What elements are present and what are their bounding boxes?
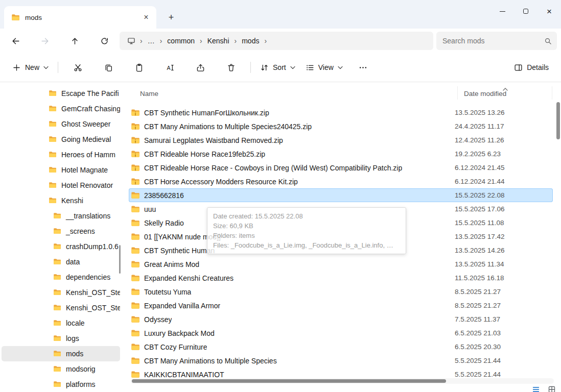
details-button[interactable]: Details — [509, 59, 554, 76]
file-row[interactable]: CBT Rideable Horse Race19feb25.zip19.2.2… — [129, 147, 553, 161]
forward-button[interactable] — [36, 32, 54, 50]
breadcrumb-chevron-icon[interactable]: › — [139, 37, 144, 45]
column-divider[interactable] — [552, 86, 552, 100]
sidebar-item-label: mods — [66, 350, 83, 358]
cut-button[interactable] — [66, 58, 89, 77]
sidebar-item-locale[interactable]: locale — [2, 315, 120, 331]
details-view-toggle[interactable] — [531, 385, 540, 392]
horizontal-scrollbar[interactable] — [131, 378, 554, 384]
search-box[interactable] — [436, 32, 557, 50]
file-row[interactable]: Expanded Kenshi Creatures11.5.2025 16.18 — [129, 271, 553, 285]
folder-icon — [53, 258, 61, 266]
view-button[interactable]: View — [300, 59, 348, 76]
file-name: Luxury Backpack Mod — [144, 329, 215, 337]
breadcrumb-ellipsis[interactable]: … — [144, 35, 159, 47]
sidebar-scrollbar[interactable] — [119, 245, 121, 274]
sort-direction-icon[interactable] — [503, 84, 508, 93]
sidebar-item-going-medieval[interactable]: Going Medieval — [2, 132, 120, 147]
sidebar-item--screens[interactable]: _screens — [2, 224, 120, 239]
sort-button[interactable]: Sort — [255, 59, 300, 76]
breadcrumb-item-kenshi[interactable]: Kenshi — [203, 35, 233, 47]
folder-icon — [49, 135, 57, 143]
sidebar-item-label: _screens — [66, 227, 95, 235]
tab-close-icon[interactable]: × — [140, 11, 152, 23]
column-header-name[interactable]: Name — [140, 90, 158, 97]
close-button[interactable]: × — [537, 0, 561, 22]
file-row[interactable]: Odyssey7.5.2025 11.37 — [129, 312, 553, 326]
file-row[interactable]: Great Anims Mod13.5.2025 11.34 — [129, 257, 553, 271]
folder-icon — [53, 334, 61, 342]
zip-folder-icon — [131, 108, 140, 117]
new-tab-button[interactable]: + — [165, 11, 178, 24]
folder-icon — [131, 260, 140, 269]
sidebar-item-label: modsorig — [66, 365, 96, 373]
file-row[interactable]: CBT Many Animations to Multiple Species5… — [129, 354, 553, 368]
refresh-button[interactable] — [95, 32, 113, 50]
file-date-modified: 8.5.2025 21.27 — [455, 302, 501, 309]
folder-icon — [49, 151, 57, 159]
breadcrumb-chevron-icon[interactable]: › — [159, 37, 163, 45]
minimize-button[interactable] — [490, 0, 514, 22]
tab-bar: mods × + × — [0, 0, 561, 29]
file-row[interactable]: Samurai Legplates Waistband Removed.zip1… — [129, 133, 553, 147]
file-row[interactable]: CBT Synthetic HumanForШкольник.zip13.5.2… — [129, 106, 553, 119]
breadcrumb-chevron-icon[interactable]: › — [263, 37, 268, 45]
column-header-date-modified[interactable]: Date modified — [464, 90, 506, 97]
breadcrumb-item-mods[interactable]: mods — [238, 35, 263, 47]
maximize-button[interactable] — [514, 0, 537, 22]
copy-button[interactable] — [97, 58, 120, 77]
breadcrumb-item-common[interactable]: common — [163, 35, 199, 47]
trash-icon — [227, 63, 236, 72]
sidebar-item-logs[interactable]: logs — [2, 331, 120, 346]
sidebar-item-hotel-magnate[interactable]: Hotel Magnate — [2, 162, 120, 178]
sidebar-item-escape-the-pacifi[interactable]: Escape The Pacifi — [2, 86, 120, 101]
vertical-scrollbar-thumb[interactable] — [556, 102, 560, 139]
sidebar-item-dependencies[interactable]: dependencies — [2, 270, 120, 285]
thumbnail-view-toggle[interactable] — [547, 385, 556, 392]
file-row[interactable]: Expanded Vanilla Armor8.5.2025 21.27 — [129, 299, 553, 312]
horizontal-scrollbar-thumb[interactable] — [132, 379, 446, 383]
paste-button[interactable] — [128, 58, 150, 77]
share-button[interactable] — [189, 58, 212, 77]
tooltip-size: Size: 60,9 KB — [213, 221, 400, 231]
more-options-button[interactable] — [352, 58, 375, 77]
breadcrumb-chevron-icon[interactable]: › — [233, 37, 238, 45]
file-row[interactable]: CBT Cozy Furniture6.5.2025 20.30 — [129, 340, 553, 354]
sidebar-item-heroes-of-hamm[interactable]: Heroes of Hamm — [2, 147, 120, 162]
sidebar-item-mods[interactable]: mods — [2, 346, 120, 361]
sidebar-item-ghost-sweeper[interactable]: Ghost Sweeper — [2, 116, 120, 132]
sidebar-item-platforms[interactable]: platforms — [2, 377, 120, 392]
file-row[interactable]: CBT Rideable Horse Race - Cowboys in Dre… — [129, 161, 553, 175]
back-arrow-icon — [11, 37, 20, 45]
file-row[interactable]: Luxury Backpack Mod6.5.2025 21.03 — [129, 326, 553, 340]
file-row[interactable]: CBT Horse Accessory Modders Resource Kit… — [129, 175, 553, 188]
delete-button[interactable] — [220, 58, 242, 77]
sidebar-item--translations[interactable]: __translations — [2, 208, 120, 224]
sidebar-item-data[interactable]: data — [2, 254, 120, 270]
new-button[interactable]: New — [7, 59, 54, 76]
column-divider[interactable] — [457, 86, 458, 100]
sidebar-item-gemcraft-chasing[interactable]: GemCraft Chasing — [2, 101, 120, 116]
rename-button[interactable]: A — [158, 58, 181, 77]
file-row[interactable]: 238566281615.5.2025 22.08 — [129, 188, 553, 202]
sidebar-item-kenshi[interactable]: Kenshi — [2, 193, 120, 208]
file-row[interactable]: Toutetsu Yuma8.5.2025 21.27 — [129, 285, 553, 299]
sidebar-item-label: __translations — [66, 212, 110, 220]
tab-mods[interactable]: mods × — [4, 6, 156, 29]
file-date-modified: 13.5.2025 13.26 — [455, 109, 505, 116]
file-row[interactable]: CBT Many Animations to Multiple Species2… — [129, 119, 553, 133]
file-name: CBT Many Animations to Multiple Species — [144, 357, 277, 365]
breadcrumb-chevron-icon[interactable]: › — [199, 37, 203, 45]
this-pc-icon[interactable] — [124, 34, 139, 48]
sidebar-item-crashdump1-0-6[interactable]: crashDump1.0.6 — [2, 239, 120, 254]
sidebar-item-kenshi-ost-ste[interactable]: Kenshi_OST_Ste — [2, 285, 120, 300]
up-button[interactable] — [65, 32, 84, 50]
back-button[interactable] — [6, 32, 25, 50]
sidebar-item-modsorig[interactable]: modsorig — [2, 361, 120, 377]
chevron-down-icon — [290, 66, 295, 69]
sidebar-item-hotel-renovator[interactable]: Hotel Renovator — [2, 178, 120, 193]
view-icon — [306, 63, 314, 72]
search-input[interactable] — [442, 37, 544, 45]
file-date-modified: 13.5.2025 14.26 — [455, 247, 505, 254]
sidebar-item-kenshi-ost-ste[interactable]: Kenshi_OST_Ste — [2, 300, 120, 315]
